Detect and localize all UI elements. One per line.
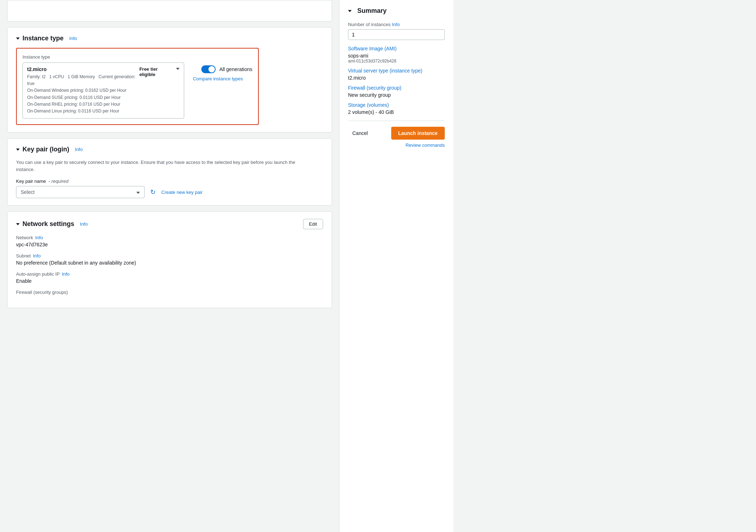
select-placeholder: Select <box>21 189 35 195</box>
instance-type-section: Instance type Info Instance type t2.micr… <box>7 27 332 132</box>
network-settings-info-link[interactable]: Info <box>80 221 88 227</box>
auto-assign-value: Enable <box>16 278 323 284</box>
network-settings-title: Network settings <box>22 220 74 228</box>
firewall-field: Firewall (security groups) <box>16 290 323 295</box>
key-pair-dropdown-arrow-icon <box>136 192 140 194</box>
top-truncated-card <box>7 0 332 21</box>
key-pair-info-link[interactable]: Info <box>75 147 83 152</box>
summary-chevron-icon <box>348 10 352 12</box>
rhel-pricing: On-Demand RHEL pricing: 0.0716 USD per H… <box>27 102 120 107</box>
key-pair-section: Key pair (login) Info You can use a key … <box>7 138 332 206</box>
toggle-switch[interactable] <box>201 65 216 73</box>
instance-type-box: Instance type t2.micro Family: t2 1 vCPU… <box>16 48 259 125</box>
auto-assign-info-link[interactable]: Info <box>62 271 70 277</box>
network-settings-section: Network settings Info Edit Network Info … <box>7 211 332 308</box>
key-pair-description: You can use a key pair to securely conne… <box>16 159 309 173</box>
network-label: Network Info <box>16 235 323 240</box>
summary-instance-type-value: t2.micro <box>348 75 445 81</box>
all-generations-toggle[interactable]: All generations <box>201 65 252 73</box>
chevron-down-icon <box>16 149 20 151</box>
instance-type-info-box: t2.micro Family: t2 1 vCPU 1 GiB Memory … <box>27 66 139 115</box>
num-instances-label: Number of instances Info <box>348 22 445 27</box>
summary-sidebar: Summary Number of instances Info Softwar… <box>339 0 453 532</box>
key-pair-header: Key pair (login) Info <box>16 146 323 153</box>
ami-name: sops-ami <box>348 53 445 59</box>
instance-type-row: t2.micro Family: t2 1 vCPU 1 GiB Memory … <box>22 62 252 119</box>
instance-family: Family: t2 <box>27 74 46 79</box>
summary-storage-title[interactable]: Storage (volumes) <box>348 102 445 108</box>
instance-type-dropdown-arrow-icon[interactable] <box>176 68 180 70</box>
key-pair-controls: Select ↻ Create new key pair <box>16 186 323 198</box>
instance-type-header: Instance type Info <box>16 35 323 42</box>
network-info-link[interactable]: Info <box>35 235 43 240</box>
instance-type-field-label: Instance type <box>22 54 252 60</box>
chevron-down-icon <box>16 37 20 40</box>
summary-instance-type-title[interactable]: Virtual server type (instance type) <box>348 68 445 74</box>
instance-type-selector[interactable]: t2.micro Family: t2 1 vCPU 1 GiB Memory … <box>22 62 184 119</box>
linux-pricing: On-Demand Linux pricing: 0.0116 USD per … <box>27 109 119 114</box>
free-tier-badge: Free tier eligible <box>139 66 173 77</box>
instance-memory: 1 GiB Memory <box>67 74 95 79</box>
instance-vcpu: 1 vCPU <box>49 74 64 79</box>
subnet-value: No preference (Default subnet in any ava… <box>16 260 323 266</box>
summary-title: Summary <box>348 7 445 15</box>
network-settings-header: Network settings Info Edit <box>16 219 323 229</box>
instance-type-details: Family: t2 1 vCPU 1 GiB Memory Current g… <box>27 74 139 115</box>
summary-firewall-title[interactable]: Firewall (security group) <box>348 85 445 91</box>
summary-ami-value: sops-ami ami-011c53d372c92b428 <box>348 53 445 64</box>
summary-actions: Cancel Launch instance <box>348 127 445 140</box>
key-pair-title: Key pair (login) <box>22 146 69 153</box>
network-field: Network Info vpc-47d7623e <box>16 235 323 247</box>
create-key-pair-link[interactable]: Create new key pair <box>161 190 203 195</box>
subnet-label: Subnet Info <box>16 253 323 259</box>
subnet-field: Subnet Info No preference (Default subne… <box>16 253 323 266</box>
num-instances-input[interactable] <box>348 29 445 40</box>
subnet-info-link[interactable]: Info <box>33 253 41 259</box>
num-instances-info-link[interactable]: Info <box>392 22 400 27</box>
network-value: vpc-47d7623e <box>16 242 323 247</box>
windows-pricing: On-Demand Windows pricing: 0.0162 USD pe… <box>27 88 126 93</box>
summary-ami-title[interactable]: Software Image (AMI) <box>348 46 445 51</box>
summary-divider <box>348 121 445 121</box>
firewall-label: Firewall (security groups) <box>16 290 323 295</box>
refresh-button[interactable]: ↻ <box>149 187 157 197</box>
compare-instance-types-link[interactable]: Compare instance types <box>193 76 252 81</box>
instance-type-actions: All generations Compare instance types <box>193 62 252 81</box>
summary-firewall-value: New security group <box>348 92 445 98</box>
launch-instance-button[interactable]: Launch instance <box>391 127 445 140</box>
review-commands-link[interactable]: Review commands <box>348 142 445 148</box>
auto-assign-field: Auto-assign public IP Info Enable <box>16 271 323 284</box>
all-generations-label: All generations <box>219 66 252 72</box>
auto-assign-label: Auto-assign public IP Info <box>16 271 323 277</box>
key-pair-select-dropdown[interactable]: Select <box>16 186 145 198</box>
suse-pricing: On-Demand SUSE pricing: 0.0116 USD per H… <box>27 95 121 100</box>
cancel-button[interactable]: Cancel <box>348 127 372 139</box>
instance-name: t2.micro <box>27 66 139 72</box>
instance-type-title: Instance type <box>22 35 64 42</box>
instance-type-info-link[interactable]: Info <box>69 36 77 41</box>
network-settings-edit-button[interactable]: Edit <box>303 219 323 229</box>
summary-storage-value: 2 volume(s) - 40 GiB <box>348 109 445 115</box>
key-pair-name-label: Key pair name - required <box>16 179 323 184</box>
chevron-down-icon <box>16 223 20 225</box>
required-text: required <box>51 179 69 184</box>
ami-id: ami-011c53d372c92b428 <box>348 59 445 64</box>
